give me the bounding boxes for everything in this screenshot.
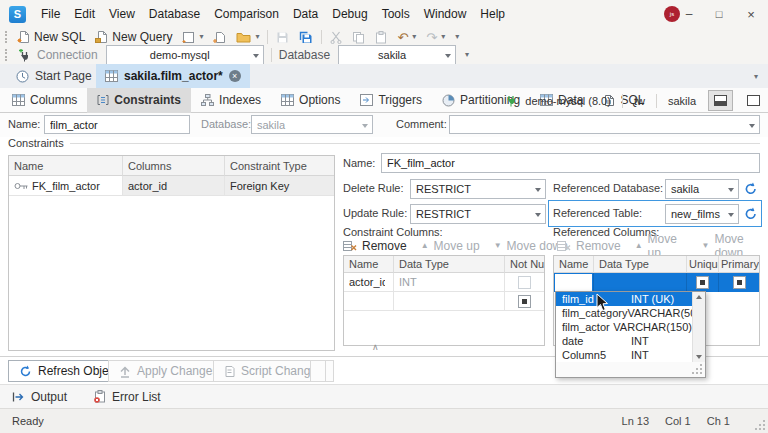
table-row[interactable]: FK_film_actor actor_id Foreign Key [9, 176, 334, 196]
tab-list-chevron-icon[interactable]: ▾ [754, 73, 758, 81]
open-file-button[interactable]: ▾ [231, 28, 264, 46]
scroll-down-icon[interactable] [696, 355, 702, 359]
notnull-checkbox[interactable] [518, 276, 531, 289]
menu-database[interactable]: Database [142, 4, 207, 24]
tab-options[interactable]: Options [271, 88, 350, 113]
empty-type-cell[interactable] [394, 292, 505, 311]
maximize-button[interactable]: □ [704, 0, 734, 28]
schema-label[interactable]: tw [634, 95, 645, 107]
save-all-button[interactable] [294, 28, 318, 46]
apply-changes-button[interactable]: Apply Changes [108, 360, 229, 382]
close-tab-icon[interactable]: × [229, 70, 241, 82]
menu-edit[interactable]: Edit [67, 4, 102, 24]
tab-error-list[interactable]: Error List [93, 390, 161, 404]
col-header-columns[interactable]: Columns [123, 156, 225, 176]
col-header-type[interactable]: Constraint Type [225, 156, 334, 176]
col-header-primary[interactable]: Primary [719, 256, 759, 273]
menu-data[interactable]: Data [286, 4, 325, 24]
referenced-database-select[interactable]: sakila [665, 179, 739, 199]
column-name-cell[interactable]: actor_id [344, 273, 394, 292]
paste-button[interactable] [370, 28, 392, 46]
ref-column-combo[interactable] [555, 274, 592, 291]
menu-comparison[interactable]: Comparison [207, 4, 286, 24]
minimize-button[interactable]: – [674, 0, 704, 28]
server-version-label[interactable]: demo-mysql (8.0) [525, 95, 611, 107]
list-item[interactable]: film_category VARCHAR(50) [556, 306, 692, 320]
comment-input[interactable] [449, 115, 760, 134]
col-header-notnull[interactable]: Not Null [505, 256, 544, 273]
primary-checkbox-indeterminate[interactable] [733, 276, 746, 289]
tab-constraints[interactable]: Constraints [87, 88, 191, 113]
copy-button[interactable] [347, 28, 370, 46]
current-database-label[interactable]: sakila [668, 95, 696, 107]
col-header-unique[interactable]: Unique [687, 256, 719, 273]
col-header-datatype[interactable]: Data Type [594, 256, 687, 273]
scroll-up-icon[interactable] [696, 295, 702, 299]
tab-start-page[interactable]: Start Page [6, 64, 102, 88]
dropdown-resize-strip[interactable] [556, 362, 705, 377]
constraint-name-cell[interactable]: FK_film_actor [9, 176, 123, 196]
constraint-columns-grid[interactable]: Name Data Type Not Null actor_id INT [343, 255, 545, 346]
table-row-new[interactable] [344, 292, 544, 311]
fk-name-input[interactable] [381, 153, 760, 173]
list-item[interactable]: film_id INT (UK) [556, 292, 692, 306]
list-item[interactable]: date INT [556, 334, 692, 348]
tab-indexes[interactable]: Indexes [191, 88, 271, 113]
object-name-input[interactable] [44, 115, 190, 134]
tab-triggers[interactable]: Triggers [350, 88, 432, 113]
remove-column-button[interactable]: Remove [343, 239, 407, 253]
chevron-down-icon[interactable]: ▾ [412, 33, 416, 41]
col-header-name[interactable]: Name [344, 256, 394, 273]
move-up-button[interactable]: ▲ Move up [421, 239, 480, 253]
ref-column-name-cell[interactable] [554, 273, 594, 292]
menu-file[interactable]: File [34, 4, 67, 24]
toolbar-grip[interactable] [5, 31, 9, 43]
constraint-type-cell[interactable]: Foreign Key [225, 176, 334, 196]
ref-unique-cell[interactable] [687, 273, 719, 292]
list-item[interactable]: Column5 INT [556, 348, 692, 362]
col-header-datatype[interactable]: Data Type [394, 256, 505, 273]
tab-columns[interactable]: Columns [2, 88, 87, 113]
redo-button[interactable]: ↷ ▾ [421, 28, 450, 46]
collapse-splitter-icon[interactable]: ∧ [372, 343, 379, 352]
notnull-checkbox-indeterminate[interactable] [518, 295, 531, 308]
table-row[interactable]: actor_id INT [344, 273, 544, 292]
unique-checkbox-indeterminate[interactable] [696, 276, 709, 289]
layout-split-button[interactable] [708, 90, 733, 111]
menu-tools[interactable]: Tools [375, 4, 417, 24]
empty-name-cell[interactable] [344, 292, 394, 311]
remove-ref-column-button[interactable]: Remove [557, 239, 621, 253]
refresh-databases-icon[interactable] [744, 182, 758, 196]
save-button[interactable] [271, 28, 294, 46]
close-button[interactable]: × [734, 0, 768, 28]
connection-select[interactable]: demo-mysql [106, 45, 264, 65]
new-document-button[interactable]: ▾ [177, 28, 208, 46]
new-sql-button[interactable]: New SQL [12, 28, 90, 46]
layout-full-button[interactable] [741, 90, 766, 111]
cut-button[interactable] [325, 28, 347, 46]
script-changes-dropdown[interactable] [310, 360, 326, 382]
ref-primary-cell[interactable] [719, 273, 759, 292]
col-header-name[interactable]: Name [554, 256, 594, 273]
list-item[interactable]: film_actor VARCHAR(150) [556, 320, 692, 334]
constraint-columns-cell[interactable]: actor_id [123, 176, 225, 196]
delete-rule-select[interactable]: RESTRICT [410, 179, 546, 199]
chevron-down-icon[interactable]: ▾ [465, 51, 469, 59]
new-connection-button[interactable] [208, 28, 231, 46]
menu-window[interactable]: Window [417, 4, 474, 24]
selected-new-row[interactable] [554, 273, 759, 292]
update-rule-select[interactable]: RESTRICT [410, 204, 546, 224]
menu-view[interactable]: View [102, 4, 142, 24]
chevron-down-icon[interactable]: ▾ [199, 33, 203, 41]
menu-help[interactable]: Help [473, 4, 512, 24]
toolbar-overflow-button[interactable]: ▾ [450, 28, 464, 46]
referenced-table-select[interactable]: new_films [665, 204, 739, 224]
undo-button[interactable]: ↶ ▾ [392, 28, 421, 46]
constraints-grid[interactable]: Name Columns Constraint Type FK_film_act… [8, 155, 335, 351]
dropdown-scrollbar[interactable] [692, 292, 705, 362]
column-notnull-cell[interactable] [505, 273, 544, 292]
new-notnull-cell[interactable] [505, 292, 544, 311]
toolbar-grip[interactable] [5, 49, 9, 61]
menu-debug[interactable]: Debug [325, 4, 374, 24]
window-resize-grip[interactable] [763, 428, 765, 430]
